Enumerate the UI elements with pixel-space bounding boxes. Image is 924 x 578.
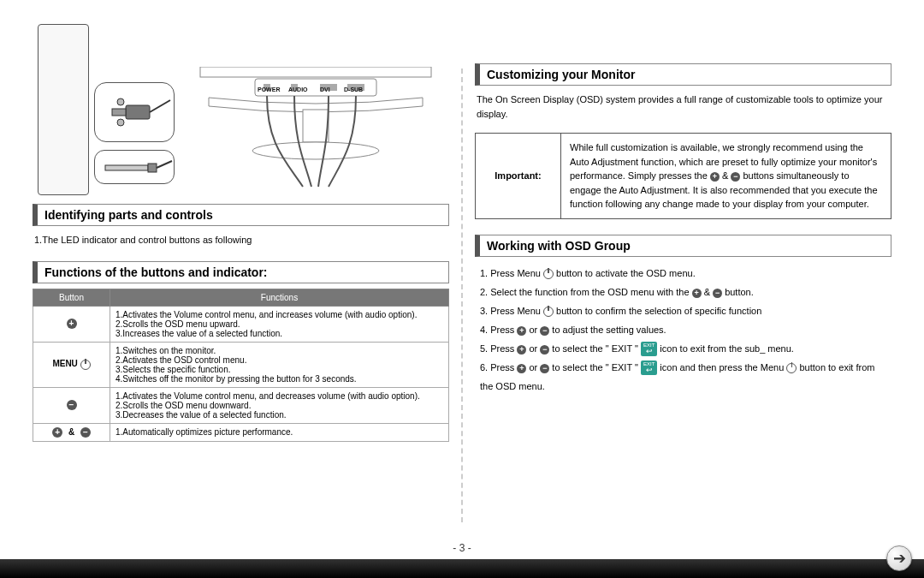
power-icon — [80, 360, 91, 370]
plus-icon: + — [517, 345, 526, 355]
heading-identifying: Identifying parts and controls — [33, 204, 449, 226]
list-item: 2. Select the function from the OSD menu… — [480, 283, 890, 301]
both-functions: 1.Automatically optimizes picture perfor… — [110, 423, 449, 441]
heading-customizing: Customizing your Monitor — [475, 63, 891, 86]
list-item: 5. Press + or − to select the " EXIT " E… — [480, 339, 890, 358]
important-box: Important: While full customization is a… — [475, 133, 891, 219]
svg-rect-0 — [126, 105, 150, 119]
connector-callout-audio — [94, 150, 175, 184]
important-label: Important: — [476, 134, 561, 218]
amp-text: & — [68, 427, 74, 437]
table-row: − 1.Activates the Volume control menu, a… — [33, 387, 449, 423]
minus-functions: 1.Activates the Volume control menu, and… — [110, 387, 449, 423]
button-functions-table: Button Functions + 1.Activates the Volum… — [33, 289, 449, 442]
plus-icon: + — [710, 172, 720, 182]
port-label-audio: AUDIO — [288, 86, 308, 92]
port-label-power: POWER — [258, 86, 280, 92]
exit-icon: EXIT↩ — [641, 361, 657, 375]
svg-rect-8 — [200, 67, 431, 77]
left-column: POWER AUDIO DVI D-SUB Identifying parts … — [24, 17, 458, 539]
osd-steps-list: 1. Press Menu button to activate the OSD… — [475, 262, 891, 397]
minus-icon: − — [540, 364, 549, 373]
connections-diagram: POWER AUDIO DVI D-SUB — [33, 17, 449, 197]
list-item: 4. Press + or − to adjust the setting va… — [480, 320, 890, 339]
exit-icon: EXIT↩ — [641, 342, 657, 356]
page-number: - 3 - — [0, 542, 924, 554]
heading-functions: Functions of the buttons and indicator: — [33, 261, 449, 283]
minus-icon: − — [80, 427, 91, 438]
port-label-dsub: D-SUB — [344, 86, 363, 92]
heading-osd-group: Working with OSD Group — [475, 235, 891, 257]
next-page-button[interactable]: ➔ — [886, 545, 912, 571]
list-item: 1. Press Menu button to activate the OSD… — [480, 264, 890, 283]
plus-functions: 1.Activates the Volume control menu, and… — [110, 306, 449, 342]
table-row: + & − 1.Automatically optimizes picture … — [33, 423, 449, 441]
minus-icon: − — [540, 326, 549, 336]
table-row: + 1.Activates the Volume control menu, a… — [33, 306, 449, 342]
list-item: 6. Press + or − to select the " EXIT " E… — [480, 358, 890, 396]
plus-icon: + — [517, 364, 526, 373]
right-column: Customizing your Monitor The On Screen D… — [466, 17, 900, 539]
table-row: MENU 1.Switches on the monitor. 2.Activa… — [33, 342, 449, 387]
svg-point-3 — [117, 119, 124, 126]
column-divider — [461, 69, 463, 522]
svg-point-2 — [117, 98, 124, 105]
monitor-back-panel: POWER AUDIO DVI D-SUB — [183, 67, 448, 195]
power-icon — [543, 307, 554, 317]
svg-line-7 — [157, 161, 172, 168]
minus-icon: − — [713, 289, 722, 298]
footer-bar — [0, 559, 924, 578]
arrow-right-icon: ➔ — [893, 549, 906, 568]
svg-line-4 — [150, 100, 170, 112]
customizing-text: The On Screen Display (OSD) system provi… — [475, 91, 891, 128]
important-content: While full customization is available, w… — [561, 134, 891, 218]
svg-rect-1 — [112, 109, 126, 116]
list-item: 3. Press Menu button to confirm the sele… — [480, 301, 890, 320]
power-icon — [543, 269, 554, 279]
plus-icon: + — [692, 289, 702, 298]
menu-label: MENU — [52, 359, 77, 368]
plus-icon: + — [517, 326, 526, 336]
th-button: Button — [33, 289, 110, 306]
connector-callout-dsub — [94, 82, 175, 142]
menu-functions: 1.Switches on the monitor. 2.Activates t… — [110, 342, 449, 387]
plus-icon: + — [52, 427, 62, 438]
power-icon — [786, 363, 797, 373]
svg-rect-14 — [303, 110, 329, 142]
plus-icon: + — [67, 319, 77, 329]
minus-icon: − — [731, 172, 740, 182]
minus-icon: − — [540, 345, 549, 355]
th-functions: Functions — [110, 289, 449, 306]
svg-rect-6 — [148, 164, 157, 172]
monitor-side-view — [38, 24, 89, 195]
port-label-dvi: DVI — [320, 86, 330, 92]
svg-point-15 — [252, 142, 379, 159]
minus-icon: − — [67, 400, 77, 410]
identifying-text: 1.The LED indicator and control buttons … — [33, 231, 449, 254]
svg-rect-5 — [105, 165, 148, 170]
